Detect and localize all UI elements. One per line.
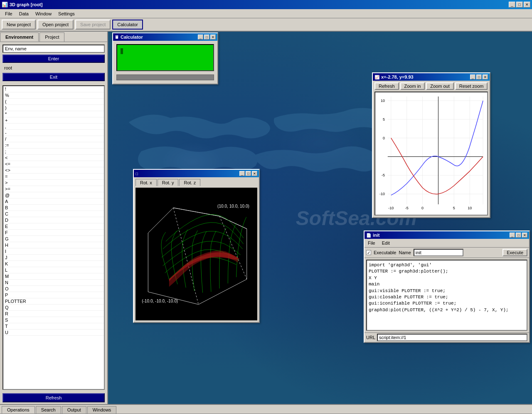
init-executable-checkbox[interactable]: ✓ <box>366 250 371 255</box>
bottom-tab-output[interactable]: Output <box>62 406 86 414</box>
symbol-item[interactable]: Q <box>3 305 104 311</box>
symbol-item[interactable]: % <box>3 92 104 99</box>
symbol-item[interactable]: R <box>3 311 104 317</box>
calc-minimize-btn[interactable]: _ <box>198 35 203 40</box>
symbol-item[interactable]: > <box>3 180 104 186</box>
symbol-item[interactable]: D <box>3 217 104 223</box>
calc-maximize-btn[interactable]: □ <box>204 35 209 40</box>
graph3d-maximize-btn[interactable]: □ <box>246 171 251 176</box>
symbol-item[interactable]: >= <box>3 186 104 192</box>
init-close-btn[interactable]: ✕ <box>522 233 527 238</box>
menu-file[interactable]: File <box>2 10 16 17</box>
minimize-button[interactable]: _ <box>509 2 515 7</box>
calculator-titlebar[interactable]: 🖩 Calculator _ □ ✕ <box>113 33 217 41</box>
bottom-tab-windows[interactable]: Windows <box>87 406 117 414</box>
symbol-item[interactable]: ! <box>3 86 104 92</box>
symbol-item[interactable]: O <box>3 286 104 292</box>
bottom-tab-operations[interactable]: Operations <box>2 406 35 414</box>
symbol-item[interactable]: @ <box>3 192 104 198</box>
calculator-titlebar-icon: 🖩 <box>115 35 119 40</box>
graph3d-tab-rotx[interactable]: Rot. x <box>135 179 157 186</box>
symbol-item[interactable]: M <box>3 273 104 280</box>
symbol-item[interactable]: C <box>3 211 104 217</box>
graph3d-tab-roty[interactable]: Rot. y <box>158 179 179 186</box>
symbol-item[interactable]: B <box>3 205 104 211</box>
symbol-item[interactable]: * <box>3 111 104 117</box>
graph3d-close-btn[interactable]: ✕ <box>252 171 257 176</box>
calculator-window: 🖩 Calculator _ □ ✕ <box>112 32 218 84</box>
plot2d-zoomout-btn[interactable]: Zoom out <box>426 82 453 90</box>
menu-data[interactable]: Data <box>16 10 32 17</box>
svg-text:-10: -10 <box>388 206 394 210</box>
symbol-item[interactable]: ( <box>3 99 104 105</box>
symbol-item[interactable]: = <box>3 174 104 180</box>
symbol-item[interactable]: I <box>3 248 104 255</box>
symbol-item[interactable]: T <box>3 323 104 330</box>
save-project-button[interactable]: Save project <box>75 20 111 30</box>
symbol-item[interactable]: ) <box>3 105 104 111</box>
symbol-item[interactable]: / <box>3 136 104 142</box>
init-titlebar[interactable]: 📄 init _ □ ✕ <box>365 231 529 239</box>
bottom-tab-search[interactable]: Search <box>36 406 61 414</box>
init-code-area[interactable]: import 'graph3d', 'gui' PLOTTER := graph… <box>366 260 527 331</box>
symbol-item[interactable]: := <box>3 142 104 149</box>
close-button[interactable]: ✕ <box>524 2 530 7</box>
plot2d-zoomin-btn[interactable]: Zoom in <box>400 82 425 90</box>
tab-project[interactable]: Project <box>39 32 64 42</box>
symbol-item[interactable]: F <box>3 230 104 236</box>
symbol-item[interactable]: <> <box>3 167 104 174</box>
symbol-item[interactable]: ; <box>3 149 104 155</box>
plot2d-close-btn[interactable]: ✕ <box>483 74 488 79</box>
refresh-button[interactable]: Refresh <box>2 393 105 402</box>
symbol-item[interactable]: + <box>3 117 104 124</box>
init-url-input[interactable] <box>377 334 527 341</box>
open-project-button[interactable]: Open project <box>37 20 74 30</box>
plot2d-maximize-btn[interactable]: □ <box>476 74 482 79</box>
exit-button[interactable]: Exit <box>2 73 105 81</box>
menu-window[interactable]: Window <box>32 10 55 17</box>
symbol-item[interactable]: - <box>3 130 104 136</box>
plot2d-titlebar[interactable]: 📈 x=-2.78, y=9.93 _ □ ✕ <box>373 73 490 81</box>
symbol-item[interactable]: J <box>3 255 104 261</box>
tab-environment[interactable]: Environment <box>0 32 39 42</box>
new-project-button[interactable]: New project <box>2 20 36 30</box>
init-name-input[interactable] <box>414 249 463 256</box>
init-menu-edit[interactable]: Edit <box>380 240 392 246</box>
symbol-list[interactable]: ! % ( ) * + , - / := ; < <= <> = > >= @ … <box>2 85 105 390</box>
symbol-item[interactable]: G <box>3 236 104 242</box>
symbol-item[interactable]: U <box>3 330 104 336</box>
symbol-item[interactable]: P <box>3 292 104 298</box>
symbol-item[interactable]: < <box>3 155 104 161</box>
enter-button[interactable]: Enter <box>2 55 105 63</box>
maximize-button[interactable]: □ <box>516 2 523 7</box>
plot2d-minimize-btn[interactable]: _ <box>470 74 475 79</box>
calculator-button[interactable]: Calculator <box>112 20 143 30</box>
plot2d-svg: 10 5 0 -5 -10 -10 -5 0 5 10 <box>375 92 487 215</box>
graph3d-minimize-btn[interactable]: _ <box>239 171 245 176</box>
symbol-item[interactable]: N <box>3 280 104 286</box>
symbol-item[interactable]: , <box>3 124 104 130</box>
menu-settings[interactable]: Settings <box>55 10 78 17</box>
symbol-item[interactable]: L <box>3 267 104 273</box>
env-section: Enter root Exit <box>0 42 107 84</box>
symbol-item[interactable]: S <box>3 317 104 323</box>
symbol-item[interactable]: <= <box>3 161 104 167</box>
init-minimize-btn[interactable]: _ <box>510 233 515 238</box>
graph3d-tab-rotz[interactable]: Rot. z <box>179 179 200 186</box>
app-icon: 📊 <box>2 2 8 7</box>
svg-text:10: 10 <box>468 206 472 210</box>
symbol-item[interactable]: E <box>3 223 104 230</box>
plot2d-refresh-btn[interactable]: Refresh <box>374 82 399 90</box>
symbol-item[interactable]: PLOTTER <box>3 298 104 305</box>
init-execute-button[interactable]: Execute <box>502 249 527 256</box>
init-menu-file[interactable]: File <box>366 240 377 246</box>
symbol-item[interactable]: A <box>3 198 104 205</box>
symbol-item[interactable]: K <box>3 261 104 267</box>
plot2d-resetzoom-btn[interactable]: Reset zoom <box>455 82 488 90</box>
env-name-input[interactable] <box>2 45 105 53</box>
svg-text:0: 0 <box>383 136 385 140</box>
init-maximize-btn[interactable]: □ <box>516 233 521 238</box>
graph3d-titlebar[interactable]: □ _ □ ✕ <box>134 170 259 177</box>
calc-close-btn[interactable]: ✕ <box>210 35 216 40</box>
symbol-item[interactable]: H <box>3 242 104 248</box>
